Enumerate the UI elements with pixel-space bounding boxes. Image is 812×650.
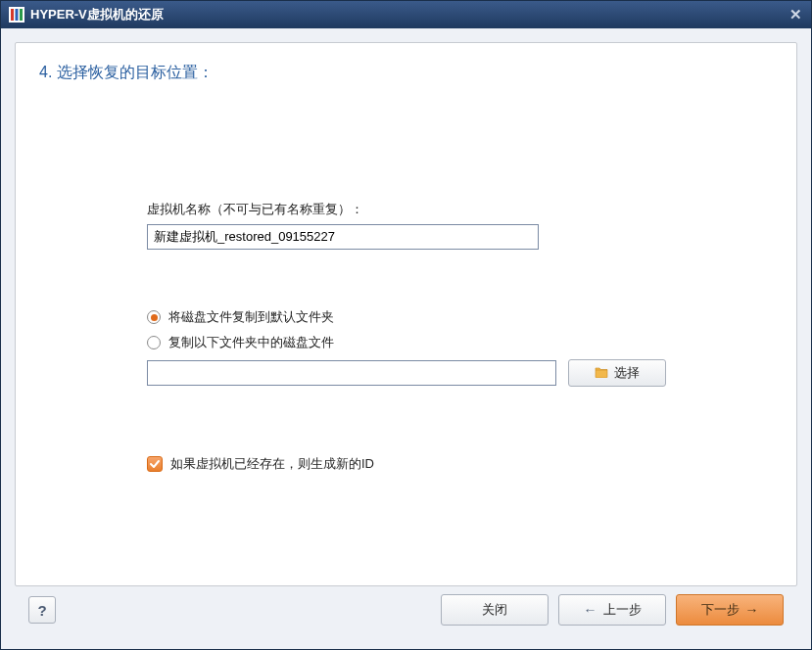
radio-icon [147,310,161,324]
arrow-left-icon: ← [584,602,597,618]
dialog-window: HYPER-V虚拟机的还原 ✕ 4. 选择恢复的目标位置： 虚拟机名称（不可与已… [0,0,812,650]
titlebar: HYPER-V虚拟机的还原 ✕ [1,1,811,28]
close-icon[interactable]: ✕ [786,5,805,24]
custom-path-row: 选择 [147,359,695,387]
prev-button-label: 上一步 [603,601,642,619]
form-area: 虚拟机名称（不可与已有名称重复）： 将磁盘文件复制到默认文件夹 复制以下文件夹中… [147,201,695,473]
arrow-right-icon: → [745,602,759,618]
radio-icon [147,336,161,349]
disk-location-radio-group: 将磁盘文件复制到默认文件夹 复制以下文件夹中的磁盘文件 [147,308,695,387]
vm-name-label: 虚拟机名称（不可与已有名称重复）： [147,201,695,218]
radio-default-folder-label: 将磁盘文件复制到默认文件夹 [168,308,334,326]
close-button[interactable]: 关闭 [441,594,549,626]
generate-id-checkbox[interactable]: 如果虚拟机已经存在，则生成新的ID [147,455,695,473]
folder-icon [595,366,608,381]
window-title: HYPER-V虚拟机的还原 [30,6,164,23]
step-heading: 选择恢复的目标位置： [57,64,214,80]
vm-name-input[interactable] [147,224,539,250]
help-icon: ? [37,602,46,619]
prev-button[interactable]: ← 上一步 [558,594,666,626]
main-panel: 4. 选择恢复的目标位置： 虚拟机名称（不可与已有名称重复）： 将磁盘文件复制到… [15,42,797,586]
generate-id-label: 如果虚拟机已经存在，则生成新的ID [170,455,374,473]
svg-rect-2 [20,9,23,21]
footer: ? 关闭 ← 上一步 下一步 → [15,586,797,639]
step-number: 4. [39,64,52,80]
custom-path-input[interactable] [147,360,556,386]
radio-custom-folder[interactable]: 复制以下文件夹中的磁盘文件 [147,334,695,351]
app-icon [9,7,24,23]
help-button[interactable]: ? [28,596,56,624]
close-button-label: 关闭 [482,601,507,619]
svg-rect-1 [16,9,19,21]
checkbox-icon [147,456,163,472]
step-title: 4. 选择恢复的目标位置： [39,63,773,83]
radio-custom-folder-label: 复制以下文件夹中的磁盘文件 [168,334,334,351]
radio-default-folder[interactable]: 将磁盘文件复制到默认文件夹 [147,308,695,326]
next-button[interactable]: 下一步 → [676,594,784,626]
next-button-label: 下一步 [701,601,740,619]
select-folder-label: 选择 [614,364,640,382]
svg-rect-0 [11,9,14,21]
content-area: 4. 选择恢复的目标位置： 虚拟机名称（不可与已有名称重复）： 将磁盘文件复制到… [1,28,811,649]
select-folder-button[interactable]: 选择 [568,359,666,387]
